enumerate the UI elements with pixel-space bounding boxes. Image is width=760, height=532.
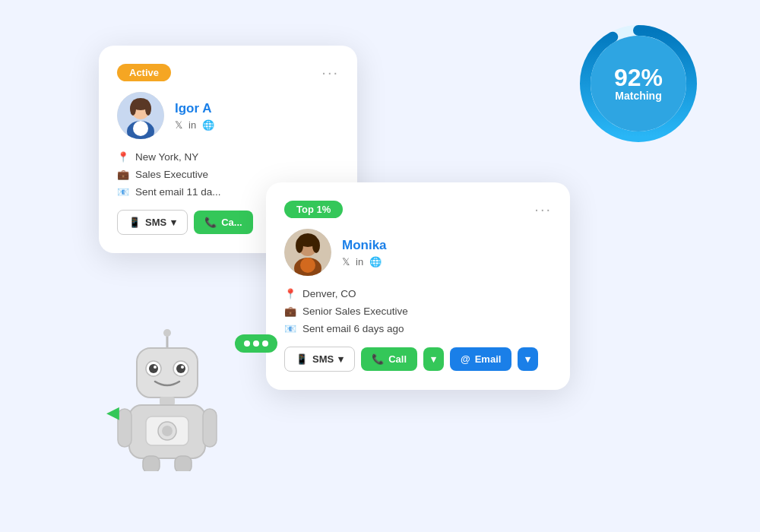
location-row-card1: 📍 New York, NY (117, 151, 339, 163)
contact-card-2: Top 1% ··· Monika (266, 182, 570, 390)
location-row-card2: 📍 Denver, CO (284, 288, 552, 299)
globe-icon-2[interactable]: 🌐 (369, 256, 382, 268)
role-row-card2: 💼 Senior Sales Executive (284, 306, 552, 317)
email-button-card2[interactable]: @ Email (450, 347, 511, 371)
profile-row-card2: Monika 𝕏 in 🌐 (284, 229, 552, 276)
top-badge: Top 1% (284, 201, 343, 218)
svg-point-12 (300, 258, 315, 273)
location-icon-2: 📍 (284, 288, 296, 299)
sms-dropdown-icon-2: ▾ (338, 353, 344, 365)
svg-point-15 (296, 238, 303, 253)
bubble-dot-2 (253, 340, 259, 347)
avatar-card1 (117, 92, 164, 139)
action-row-card2: 📱 SMS ▾ 📞 Call ▾ @ Email ▾ (284, 347, 552, 372)
linkedin-icon[interactable]: in (188, 119, 196, 131)
robot-arrow-icon: ◀ (106, 403, 119, 423)
social-icons-card2: 𝕏 in 🌐 (342, 256, 387, 268)
avatar-card2 (284, 229, 331, 276)
profile-info-card1: Igor A 𝕏 in 🌐 (175, 101, 214, 131)
scene: Active ··· Igor (84, 30, 676, 502)
bubble-dot-3 (262, 340, 268, 347)
contact-name-card2: Monika (342, 238, 387, 253)
email-icon: 📧 (117, 186, 129, 198)
email-dropdown-card2[interactable]: ▾ (518, 347, 538, 371)
twitter-icon-2[interactable]: 𝕏 (342, 256, 350, 268)
globe-icon[interactable]: 🌐 (202, 119, 214, 131)
svg-rect-19 (137, 348, 198, 397)
more-menu-card1[interactable]: ··· (321, 64, 339, 81)
role-text-card2: Senior Sales Executive (302, 306, 408, 317)
svg-point-22 (154, 366, 157, 369)
role-text-card1: Sales Executive (135, 169, 208, 180)
briefcase-icon-2: 💼 (284, 306, 296, 317)
email-sent-icon: 📧 (284, 323, 296, 334)
svg-point-2 (133, 121, 148, 136)
call-button-card2[interactable]: 📞 Call (361, 347, 417, 371)
sms-icon: 📱 (128, 217, 141, 228)
speech-bubble (235, 334, 277, 353)
social-icons-card1: 𝕏 in 🌐 (175, 119, 214, 131)
sms-dropdown-icon: ▾ (171, 217, 176, 228)
svg-point-16 (312, 238, 320, 253)
svg-point-30 (162, 426, 173, 436)
phone-icon-card1: 📞 (204, 217, 217, 228)
profile-row-card1: Igor A 𝕏 in 🌐 (117, 92, 339, 139)
call-button-card1[interactable]: 📞 Ca... (194, 211, 252, 234)
svg-rect-33 (143, 456, 160, 471)
activity-row-card2: 📧 Sent email 6 days ago (284, 323, 552, 334)
svg-point-18 (163, 329, 171, 337)
active-badge: Active (117, 64, 171, 81)
robot-mascot: ◀ (114, 327, 236, 479)
sms-icon-2: 📱 (296, 353, 308, 365)
call-dropdown-card2[interactable]: ▾ (423, 347, 444, 371)
svg-point-21 (149, 364, 158, 373)
phone-icon-card2: 📞 (372, 353, 384, 365)
matching-score: 92% Matching (578, 23, 699, 144)
location-icon: 📍 (117, 151, 129, 163)
sms-button-card1[interactable]: 📱 SMS ▾ (117, 210, 188, 235)
bubble-dot-1 (244, 340, 250, 347)
svg-point-25 (181, 366, 184, 369)
matching-percent: 92% (614, 65, 663, 90)
activity-text-card1: Sent email 11 da... (135, 186, 221, 198)
svg-point-5 (130, 102, 136, 116)
activity-text-card2: Sent email 6 days ago (302, 323, 404, 334)
contact-name-card1: Igor A (175, 101, 214, 116)
more-menu-card2[interactable]: ··· (534, 201, 552, 218)
linkedin-icon-2[interactable]: in (356, 256, 363, 268)
briefcase-icon: 💼 (117, 169, 129, 180)
matching-label: Matching (615, 90, 661, 102)
location-text-card1: New York, NY (135, 151, 198, 163)
svg-rect-31 (118, 409, 131, 447)
svg-rect-32 (203, 409, 217, 447)
sms-button-card2[interactable]: 📱 SMS ▾ (284, 347, 355, 372)
svg-rect-34 (175, 456, 192, 471)
svg-point-6 (145, 102, 151, 116)
at-icon: @ (461, 353, 470, 365)
profile-info-card2: Monika 𝕏 in 🌐 (342, 238, 387, 268)
twitter-icon[interactable]: 𝕏 (175, 119, 182, 131)
role-row-card1: 💼 Sales Executive (117, 169, 339, 180)
matching-text: 92% Matching (578, 23, 699, 144)
svg-point-24 (176, 364, 185, 373)
location-text-card2: Denver, CO (302, 288, 356, 299)
